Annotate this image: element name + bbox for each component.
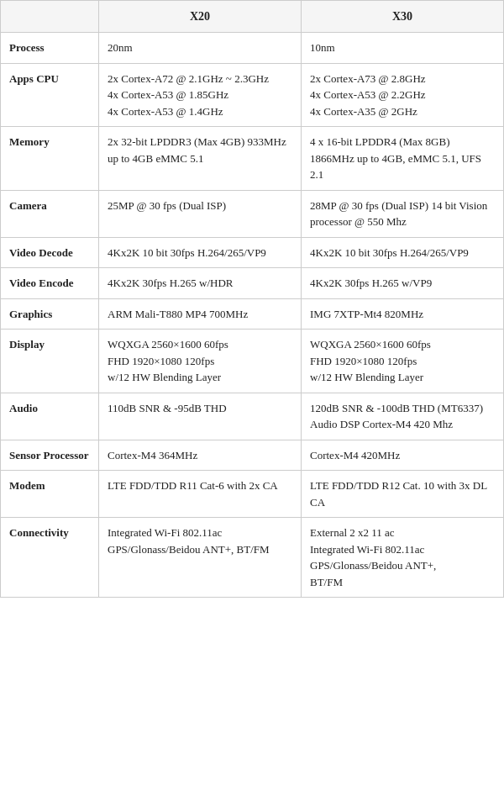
row-x20-value: WQXGA 2560×1600 60fpsFHD 1920×1080 120fp… — [99, 330, 302, 393]
row-x20-value: 20nm — [99, 33, 302, 64]
row-x20-value: 4Kx2K 30fps H.265 w/HDR — [99, 268, 302, 299]
table-row: Process20nm10nm — [1, 33, 504, 64]
row-x30-value: 4Kx2K 30fps H.265 w/VP9 — [302, 268, 504, 299]
row-x20-value: LTE FDD/TDD R11 Cat-6 with 2x CA — [99, 471, 302, 518]
row-label: Memory — [1, 127, 99, 191]
row-label: Connectivity — [1, 518, 99, 598]
table-row: GraphicsARM Mali-T880 MP4 700MHzIMG 7XTP… — [1, 298, 504, 330]
header-x30: X30 — [302, 1, 504, 33]
row-x30-value: External 2 x2 11 acIntegrated Wi-Fi 802.… — [302, 518, 504, 598]
row-x30-value: LTE FDD/TDD R12 Cat. 10 with 3x DL CA — [302, 471, 504, 518]
table-row: Sensor ProcessorCortex-M4 364MHzCortex-M… — [1, 440, 504, 471]
row-x30-value: Cortex-M4 420MHz — [302, 440, 504, 471]
row-x30-value: IMG 7XTP-Mt4 820MHz — [302, 298, 504, 330]
row-x20-value: Cortex-M4 364MHz — [99, 440, 302, 471]
table-row: Camera25MP @ 30 fps (Dual ISP)28MP @ 30 … — [1, 190, 504, 237]
row-label: Camera — [1, 190, 99, 237]
row-x20-value: 110dB SNR & -95dB THD — [99, 393, 302, 440]
row-x30-value: 4Kx2K 10 bit 30fps H.264/265/VP9 — [302, 237, 504, 268]
row-x30-value: 2x Cortex-A73 @ 2.8GHz4x Cortex-A53 @ 2.… — [302, 63, 504, 127]
row-label: Video Encode — [1, 268, 99, 299]
row-label: Display — [1, 330, 99, 393]
row-x30-value: 120dB SNR & -100dB THD (MT6337) Audio DS… — [302, 393, 504, 440]
table-row: Video Decode4Kx2K 10 bit 30fps H.264/265… — [1, 237, 504, 268]
table-row: ConnectivityIntegrated Wi-Fi 802.11ac GP… — [1, 518, 504, 598]
row-label: Sensor Processor — [1, 440, 99, 471]
row-label: Video Decode — [1, 237, 99, 268]
table-row: Video Encode4Kx2K 30fps H.265 w/HDR4Kx2K… — [1, 268, 504, 299]
table-row: DisplayWQXGA 2560×1600 60fpsFHD 1920×108… — [1, 330, 504, 393]
comparison-table: X20 X30 Process20nm10nmApps CPU2x Cortex… — [0, 0, 504, 598]
table-row: ModemLTE FDD/TDD R11 Cat-6 with 2x CALTE… — [1, 471, 504, 518]
row-label: Graphics — [1, 298, 99, 330]
row-x30-value: 10nm — [302, 33, 504, 64]
row-label: Process — [1, 33, 99, 64]
table-row: Audio110dB SNR & -95dB THD120dB SNR & -1… — [1, 393, 504, 440]
table-row: Apps CPU2x Cortex-A72 @ 2.1GHz ~ 2.3GHz4… — [1, 63, 504, 127]
row-x20-value: Integrated Wi-Fi 802.11ac GPS/Glonass/Be… — [99, 518, 302, 598]
row-label: Audio — [1, 393, 99, 440]
row-label: Apps CPU — [1, 63, 99, 127]
row-x30-value: WQXGA 2560×1600 60fpsFHD 1920×1080 120fp… — [302, 330, 504, 393]
row-x20-value: ARM Mali-T880 MP4 700MHz — [99, 298, 302, 330]
row-x30-value: 28MP @ 30 fps (Dual ISP) 14 bit Vision p… — [302, 190, 504, 237]
row-x20-value: 2x 32-bit LPDDR3 (Max 4GB) 933MHz up to … — [99, 127, 302, 191]
header-empty — [1, 1, 99, 33]
row-label: Modem — [1, 471, 99, 518]
header-x20: X20 — [99, 1, 302, 33]
row-x20-value: 2x Cortex-A72 @ 2.1GHz ~ 2.3GHz4x Cortex… — [99, 63, 302, 127]
row-x20-value: 25MP @ 30 fps (Dual ISP) — [99, 190, 302, 237]
row-x30-value: 4 x 16-bit LPDDR4 (Max 8GB) 1866MHz up t… — [302, 127, 504, 191]
table-row: Memory2x 32-bit LPDDR3 (Max 4GB) 933MHz … — [1, 127, 504, 191]
row-x20-value: 4Kx2K 10 bit 30fps H.264/265/VP9 — [99, 237, 302, 268]
